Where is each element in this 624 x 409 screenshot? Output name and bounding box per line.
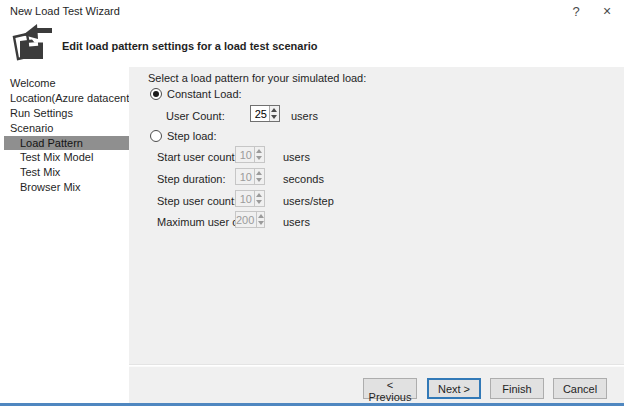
step-duration-label: Step duration: [157,173,226,185]
radio-unselected-icon[interactable] [150,130,162,142]
sidebar-item-welcome[interactable]: Welcome [0,76,129,91]
spinner-up-icon[interactable] [270,106,279,114]
page-title: Edit load pattern settings for a load te… [62,40,318,52]
spinner-down-icon [257,220,264,228]
spinner-down-icon [255,199,264,207]
previous-button[interactable]: < Previous [363,378,417,399]
start-user-count-spinner: 10 [235,146,265,163]
step-user-count-value: 10 [236,191,254,206]
sidebar-item-browser-mix[interactable]: Browser Mix [0,180,129,195]
constant-load-radio-label: Constant Load: [167,88,242,100]
maximum-user-count-spinner: 200 [235,211,265,228]
step-user-count-unit: users/step [283,195,334,207]
spinner-down-icon[interactable] [270,114,279,122]
constant-load-radio[interactable]: Constant Load: [150,88,242,100]
sidebar-item-scenario[interactable]: Scenario [0,121,129,136]
sidebar-item-test-mix[interactable]: Test Mix [0,165,129,180]
load-test-wizard-icon [8,24,52,66]
sidebar-item-load-pattern[interactable]: Load Pattern [4,136,129,150]
step-user-count-label: Step user count: [157,195,237,207]
help-icon[interactable]: ? [565,2,587,20]
step-duration-spinner: 10 [235,168,265,185]
load-pattern-prompt: Select a load pattern for your simulated… [148,72,366,84]
wizard-header: Edit load pattern settings for a load te… [0,22,624,67]
user-count-label: User Count: [166,110,225,122]
button-bar: < Previous Next > Finish Cancel [129,366,624,403]
step-load-radio[interactable]: Step load: [150,130,217,142]
cancel-button[interactable]: Cancel [553,378,607,399]
start-user-count-value: 10 [236,147,254,162]
user-count-value[interactable]: 25 [251,106,269,121]
sidebar-item-run-settings[interactable]: Run Settings [0,106,129,121]
spinner-up-icon [255,147,264,155]
maximum-user-count-unit: users [283,216,310,228]
new-load-test-wizard-dialog: New Load Test Wizard ? × Edit load patte… [0,0,624,409]
window-title: New Load Test Wizard [10,5,120,17]
next-button[interactable]: Next > [427,378,481,399]
spinner-down-icon [255,155,264,163]
spinner-down-icon [255,177,264,185]
close-icon[interactable]: × [596,2,618,20]
start-user-count-unit: users [283,151,310,163]
step-duration-unit: seconds [283,173,324,185]
maximum-user-count-value: 200 [236,212,256,227]
spinner-up-icon [255,169,264,177]
user-count-unit: users [291,110,318,122]
step-duration-value: 10 [236,169,254,184]
title-bar: New Load Test Wizard ? × [0,0,624,22]
start-user-count-label: Start user count: [157,151,238,163]
step-load-radio-label: Step load: [167,130,217,142]
spinner-up-icon [255,191,264,199]
user-count-spinner[interactable]: 25 [250,105,280,122]
bottom-accent-bar [0,403,624,406]
spinner-up-icon [257,212,264,220]
radio-selected-icon[interactable] [150,88,162,100]
wizard-steps-sidebar: Welcome Location(Azure datacenter) Run S… [0,76,129,195]
content-panel: Select a load pattern for your simulated… [129,67,624,365]
step-user-count-spinner: 10 [235,190,265,207]
sidebar-item-location[interactable]: Location(Azure datacenter) [0,91,129,106]
sidebar-item-test-mix-model[interactable]: Test Mix Model [0,150,129,165]
finish-button[interactable]: Finish [490,378,544,399]
